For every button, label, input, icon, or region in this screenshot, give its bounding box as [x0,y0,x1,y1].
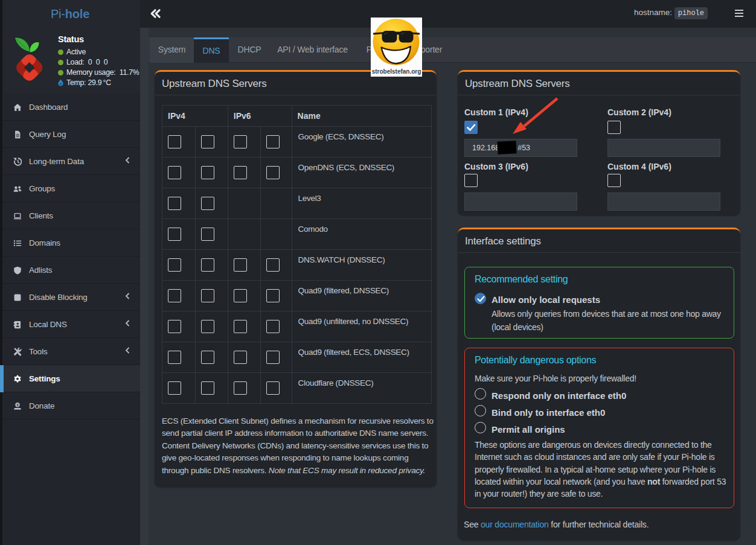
svg-text:strobelstefan.org: strobelstefan.org [372,68,421,75]
